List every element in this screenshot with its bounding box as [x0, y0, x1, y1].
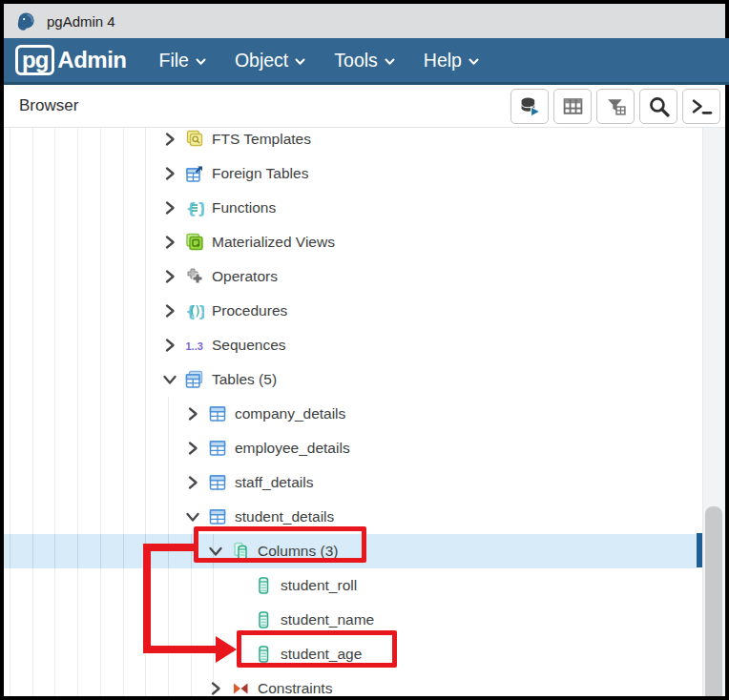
chevron-right-icon[interactable] — [183, 473, 202, 492]
tree-item-tables[interactable]: Tables (5) — [4, 362, 698, 397]
browser-toolbar — [510, 89, 720, 124]
window-titlebar: pgAdmin 4 — [4, 4, 725, 38]
chevron-right-icon[interactable] — [206, 679, 225, 696]
browser-panel-header: Browser — [4, 85, 725, 128]
tree-item-materialized-views[interactable]: Materialized Views — [4, 225, 698, 259]
pgadmin-logo-admin: Admin — [57, 47, 126, 73]
annotation-arrow-segment — [143, 544, 151, 653]
chevron-down-icon[interactable] — [160, 370, 179, 389]
search-objects-icon — [648, 95, 670, 117]
query-tool-button[interactable] — [510, 89, 549, 124]
chevron-down-icon — [385, 58, 395, 66]
tree-item-label: employee_details — [235, 440, 350, 457]
psql-tool-icon — [691, 95, 713, 117]
tree-item-label: company_details — [235, 405, 345, 422]
tree-item-label: Foreign Tables — [212, 165, 308, 182]
chevron-down-icon — [469, 58, 479, 66]
tree-item-label: student_roll — [281, 577, 357, 594]
sequence-icon — [185, 336, 204, 355]
chevron-down-icon — [295, 58, 305, 66]
tree-item-label: Constraints — [258, 680, 332, 696]
pgadmin-logo: pg Admin — [15, 45, 127, 75]
tree-item-company-details[interactable]: company_details — [4, 397, 698, 431]
tree-item-operators[interactable]: Operators — [4, 259, 698, 294]
chevron-down-icon[interactable] — [183, 507, 202, 526]
tree-item-procedures[interactable]: Procedures — [4, 294, 698, 328]
scrollbar-thumb[interactable] — [705, 506, 722, 696]
chevron-right-icon[interactable] — [160, 301, 179, 320]
tree-item-label: Procedures — [212, 302, 287, 319]
tree-item-sequences[interactable]: Sequences — [4, 328, 698, 362]
tree-item-constraints[interactable]: Constraints — [4, 671, 698, 696]
menubar: pg Admin File Object Tools Help — [4, 38, 729, 85]
browser-tree: FTS Templates Foreign Tables Functions M… — [4, 128, 725, 696]
tree-item-label: student_details — [235, 508, 334, 525]
tree-item-fts-templates[interactable]: FTS Templates — [4, 128, 698, 156]
column-icon — [254, 576, 273, 595]
constraints-icon — [231, 679, 250, 696]
operator-icon — [185, 267, 204, 286]
tree-item-label: Sequences — [212, 337, 286, 354]
menu-item-file[interactable]: File — [159, 50, 206, 72]
view-data-button[interactable] — [553, 89, 592, 124]
annotation-arrowhead — [216, 636, 237, 663]
tree-item-label: Materialized Views — [212, 234, 335, 251]
function-icon — [185, 198, 204, 217]
chevron-right-icon[interactable] — [160, 164, 179, 183]
chevron-right-icon[interactable] — [160, 233, 179, 252]
tree-item-employee-details[interactable]: employee_details — [4, 431, 698, 465]
chevron-right-icon[interactable] — [160, 198, 179, 217]
menu-item-object[interactable]: Object — [235, 50, 305, 72]
browser-panel-title: Browser — [19, 96, 78, 115]
tree-item-staff-details[interactable]: staff_details — [4, 465, 698, 500]
annotation-student-age-box — [237, 630, 397, 668]
pgadmin-elephant-icon — [15, 10, 37, 32]
table-icon — [208, 404, 227, 423]
pgadmin-window: pgAdmin 4 pg Admin File Object Tools — [0, 0, 729, 700]
pgadmin-logo-pg: pg — [15, 45, 54, 75]
menu-label: Object — [235, 50, 288, 72]
annotation-arrow-segment — [143, 646, 216, 653]
tree-item-label: student_name — [281, 611, 374, 628]
chevron-down-icon — [196, 58, 206, 66]
materialized-view-icon — [185, 233, 204, 252]
tree-item-student-roll[interactable]: student_roll — [4, 568, 698, 603]
search-objects-button[interactable] — [639, 89, 677, 124]
menu-label: Tools — [334, 50, 378, 72]
menu-label: Help — [424, 50, 462, 72]
query-tool-icon — [519, 95, 541, 117]
menu-item-help[interactable]: Help — [424, 50, 479, 72]
tree-item-label: FTS Templates — [212, 131, 311, 148]
psql-tool-button[interactable] — [682, 89, 720, 124]
window-title: pgAdmin 4 — [47, 13, 115, 30]
foreign-table-icon — [185, 164, 204, 183]
chevron-right-icon[interactable] — [183, 404, 202, 423]
tree-item-functions[interactable]: Functions — [4, 191, 698, 225]
view-data-icon — [562, 95, 584, 117]
table-icon — [208, 507, 227, 526]
chevron-right-icon[interactable] — [160, 336, 179, 355]
column-icon — [254, 610, 273, 629]
chevron-right-icon[interactable] — [160, 267, 179, 286]
menu-label: File — [159, 50, 189, 72]
filtered-rows-icon — [605, 95, 627, 117]
menu-item-tools[interactable]: Tools — [334, 50, 395, 72]
tree-item-label: staff_details — [235, 474, 313, 491]
tree-item-label: Tables (5) — [212, 371, 277, 388]
filtered-rows-button[interactable] — [596, 89, 635, 124]
chevron-right-icon[interactable] — [160, 130, 179, 149]
fts-templates-icon — [185, 130, 204, 149]
table-icon — [208, 439, 227, 458]
procedure-icon — [185, 301, 204, 320]
tree-item-label: Operators — [212, 268, 278, 285]
table-collection-icon — [185, 370, 204, 389]
table-icon — [208, 473, 227, 492]
tree-item-label: Functions — [212, 199, 276, 216]
annotation-columns-box — [194, 526, 366, 563]
tree-item-foreign-tables[interactable]: Foreign Tables — [4, 156, 698, 191]
chevron-right-icon[interactable] — [183, 439, 202, 458]
